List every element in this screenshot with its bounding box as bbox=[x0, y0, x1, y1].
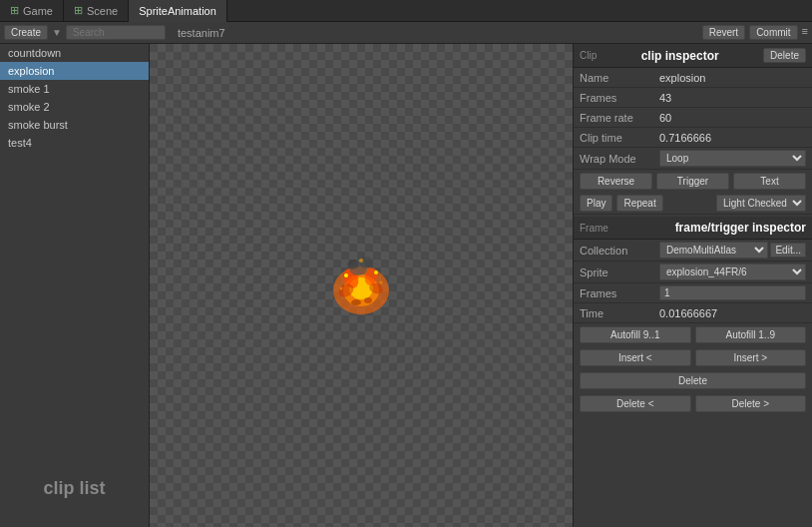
delete-left-button[interactable]: Delete < bbox=[580, 395, 691, 412]
tab-sprite-animation[interactable]: SpriteAnimation bbox=[129, 0, 227, 22]
clip-wrapmode-label: Wrap Mode bbox=[580, 153, 659, 165]
clip-name-value: explosion bbox=[659, 72, 806, 84]
tab-game[interactable]: ⊞ Game bbox=[0, 0, 64, 22]
svg-point-15 bbox=[351, 299, 361, 305]
frame-collection-select[interactable]: DemoMultiAtlas bbox=[659, 242, 768, 259]
svg-point-14 bbox=[359, 259, 363, 263]
frame-time-label: Time bbox=[580, 307, 659, 319]
revert-button[interactable]: Revert bbox=[702, 25, 745, 40]
clip-item-countdown[interactable]: countdown bbox=[0, 44, 149, 62]
toolbar: Create ▼ testanim7 Revert Commit ≡ bbox=[0, 22, 812, 44]
clip-item-smokeburst[interactable]: smoke burst bbox=[0, 116, 149, 134]
frame-frames-row: Frames bbox=[574, 283, 812, 303]
clip-framerate-value: 60 bbox=[659, 112, 806, 124]
frame-sprite-label: Sprite bbox=[580, 266, 659, 278]
insert-right-button[interactable]: Insert > bbox=[695, 349, 807, 366]
frame-frames-input[interactable] bbox=[659, 285, 806, 300]
create-button[interactable]: Create bbox=[4, 25, 48, 40]
clip-list-panel: countdown explosion smoke 1 smoke 2 smok… bbox=[0, 44, 150, 527]
collection-edit-button[interactable]: Edit... bbox=[770, 243, 806, 258]
autofill-buttons: Autofill 9..1 Autofill 1..9 bbox=[574, 323, 812, 346]
svg-point-8 bbox=[359, 257, 373, 268]
frame-delete-button[interactable]: Delete bbox=[580, 372, 806, 389]
clip-frames-label: Frames bbox=[580, 92, 659, 104]
delete-right-button[interactable]: Delete > bbox=[695, 395, 807, 412]
clip-cliptime-row: Clip time 0.7166666 bbox=[574, 128, 812, 148]
reverse-button[interactable]: Reverse bbox=[580, 173, 652, 190]
clip-inspector-title: clip inspector bbox=[641, 49, 719, 63]
frame-collection-row: Collection DemoMultiAtlas Edit... bbox=[574, 240, 812, 262]
clip-item-explosion[interactable]: explosion bbox=[0, 62, 149, 80]
top-tabs: ⊞ Game ⊞ Scene SpriteAnimation bbox=[0, 0, 812, 22]
playback-row: Play Repeat Light Checked Dark Checked W… bbox=[574, 193, 812, 215]
clip-cliptime-label: Clip time bbox=[580, 132, 659, 144]
repeat-button[interactable]: Repeat bbox=[616, 195, 662, 212]
svg-point-9 bbox=[347, 260, 359, 269]
frame-collection-label: Collection bbox=[580, 245, 659, 257]
inspector-panel: Clip clip inspector Delete Name explosio… bbox=[573, 44, 812, 527]
clip-wrapmode-row: Wrap Mode LoopOncePing PongClamp Forever bbox=[574, 148, 812, 170]
clip-action-buttons: Reverse Trigger Text bbox=[574, 170, 812, 193]
svg-point-11 bbox=[374, 270, 378, 274]
trigger-button[interactable]: Trigger bbox=[656, 173, 729, 190]
clip-label: Clip bbox=[580, 50, 597, 61]
preview-canvas bbox=[150, 44, 573, 527]
clip-inspector-header: Clip clip inspector Delete bbox=[574, 44, 812, 68]
scene-icon: ⊞ bbox=[74, 4, 83, 17]
clip-frames-row: Frames 43 bbox=[574, 88, 812, 108]
clip-item-smoke2[interactable]: smoke 2 bbox=[0, 98, 149, 116]
delete-center-row: Delete bbox=[574, 369, 812, 392]
light-checked-select[interactable]: Light Checked Dark Checked White Black bbox=[716, 195, 806, 212]
explosion-sprite bbox=[316, 241, 406, 330]
clip-list-label: clip list bbox=[0, 470, 149, 507]
frame-time-row: Time 0.01666667 bbox=[574, 303, 812, 323]
clip-delete-button[interactable]: Delete bbox=[763, 48, 806, 63]
clip-item-smoke1[interactable]: smoke 1 bbox=[0, 80, 149, 98]
clip-cliptime-value: 0.7166666 bbox=[659, 132, 806, 144]
menu-icon[interactable]: ≡ bbox=[802, 25, 808, 40]
insert-buttons: Insert < Insert > bbox=[574, 346, 812, 369]
svg-point-16 bbox=[364, 297, 372, 303]
frame-sprite-select[interactable]: explosion_44FR/6 bbox=[659, 264, 806, 280]
preview-area: preview bbox=[150, 44, 573, 527]
svg-point-13 bbox=[380, 281, 383, 284]
commit-button[interactable]: Commit bbox=[749, 25, 797, 40]
play-button[interactable]: Play bbox=[580, 195, 612, 212]
search-input[interactable] bbox=[66, 25, 166, 40]
clip-name-row: Name explosion bbox=[574, 68, 812, 88]
autofill-19-button[interactable]: Autofill 1..9 bbox=[695, 326, 807, 343]
frame-inspector-header: Frame frame/trigger inspector bbox=[574, 217, 812, 240]
frame-time-value: 0.01666667 bbox=[659, 307, 806, 319]
file-label: testanim7 bbox=[178, 27, 225, 39]
clip-framerate-label: Frame rate bbox=[580, 112, 659, 124]
delete-lr-buttons: Delete < Delete > bbox=[574, 392, 812, 415]
clip-framerate-row: Frame rate 60 bbox=[574, 108, 812, 128]
autofill-91-button[interactable]: Autofill 9..1 bbox=[580, 326, 691, 343]
frame-frames-label: Frames bbox=[580, 287, 659, 299]
frame-inspector-title: frame/trigger inspector bbox=[675, 221, 806, 235]
main-layout: countdown explosion smoke 1 smoke 2 smok… bbox=[0, 44, 812, 527]
insert-left-button[interactable]: Insert < bbox=[580, 349, 691, 366]
text-button[interactable]: Text bbox=[733, 173, 806, 190]
clip-frames-value: 43 bbox=[659, 92, 806, 104]
svg-point-10 bbox=[344, 273, 348, 277]
clip-name-label: Name bbox=[580, 72, 659, 84]
clip-item-test4[interactable]: test4 bbox=[0, 134, 149, 152]
tab-scene[interactable]: ⊞ Scene bbox=[64, 0, 129, 22]
game-icon: ⊞ bbox=[10, 4, 19, 17]
clip-wrapmode-select[interactable]: LoopOncePing PongClamp Forever bbox=[659, 150, 806, 167]
frame-label-tag: Frame bbox=[580, 223, 609, 234]
frame-sprite-row: Sprite explosion_44FR/6 bbox=[574, 262, 812, 283]
svg-point-12 bbox=[340, 287, 343, 290]
